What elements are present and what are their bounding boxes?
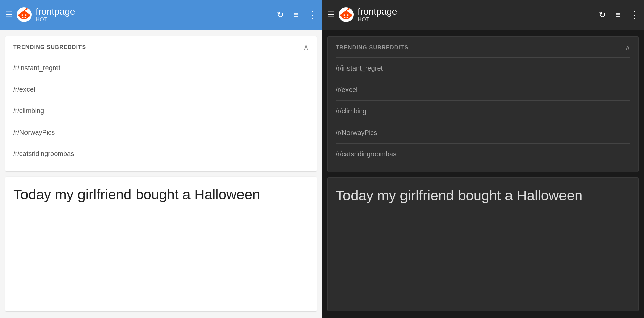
refresh-icon-dark[interactable]: ↻ [599,10,606,20]
header-dark: ☰ frontpage HOT ↻ ≡ ⋮ [322,0,644,30]
list-item[interactable]: /r/climbing [13,100,309,122]
trending-card-light: TRENDING SUBREDDITS ∧ /r/instant_regret … [5,36,317,171]
hamburger-menu-icon-dark[interactable]: ☰ [327,10,335,19]
header-title-block-light: frontpage HOT [36,7,277,23]
panel-dark: ☰ frontpage HOT ↻ ≡ ⋮ TRENDING [322,0,644,318]
trending-header-light: TRENDING SUBREDDITS ∧ [13,43,309,57]
reddit-logo-light [17,7,32,22]
svg-point-13 [348,8,350,9]
list-item[interactable]: /r/catsridingroombas [13,143,309,165]
header-light: ☰ frontpage HOT ↻ ≡ ⋮ [0,0,322,30]
svg-point-11 [344,11,348,14]
list-item[interactable]: /r/instant_regret [13,57,309,79]
post-title-light: Today my girlfriend bought a Halloween [13,186,309,204]
list-item[interactable]: /r/catsridingroombas [336,144,630,165]
app-title-light: frontpage [36,7,277,17]
panel-light: ☰ frontpage HOT ↻ ≡ ⋮ [0,0,322,318]
svg-point-2 [22,11,26,14]
post-card-light[interactable]: Today my girlfriend bought a Halloween [5,177,317,311]
svg-point-16 [340,14,342,17]
app-title-dark: frontpage [358,7,599,17]
content-light: TRENDING SUBREDDITS ∧ /r/instant_regret … [0,30,322,318]
refresh-icon-light[interactable]: ↻ [277,10,284,20]
more-icon-dark[interactable]: ⋮ [630,9,639,20]
chevron-up-icon-dark[interactable]: ∧ [625,43,630,52]
svg-point-8 [28,14,30,17]
app-subtitle-dark: HOT [358,17,599,23]
trending-title-dark: TRENDING SUBREDDITS [336,45,408,51]
list-item[interactable]: /r/excel [13,79,309,100]
header-actions-light: ↻ ≡ ⋮ [277,9,317,20]
more-icon-light[interactable]: ⋮ [308,9,317,20]
svg-point-14 [343,14,345,16]
svg-point-17 [350,14,352,17]
list-item[interactable]: /r/instant_regret [336,58,630,79]
chevron-up-icon-light[interactable]: ∧ [303,43,309,52]
trending-header-dark: TRENDING SUBREDDITS ∧ [336,43,630,57]
list-item[interactable]: /r/NorwayPics [336,122,630,143]
header-actions-dark: ↻ ≡ ⋮ [599,9,639,20]
svg-point-15 [347,14,348,16]
reddit-logo-dark [339,7,354,22]
sort-icon-light[interactable]: ≡ [293,10,299,20]
app-subtitle-light: HOT [36,17,277,23]
content-dark: TRENDING SUBREDDITS ∧ /r/instant_regret … [322,30,644,318]
trending-card-dark: TRENDING SUBREDDITS ∧ /r/instant_regret … [327,36,639,172]
sort-icon-dark[interactable]: ≡ [615,10,621,20]
post-card-dark[interactable]: Today my girlfriend bought a Halloween [327,177,639,311]
list-item[interactable]: /r/NorwayPics [13,122,309,143]
svg-point-7 [18,14,20,17]
hamburger-menu-icon[interactable]: ☰ [5,10,13,19]
post-title-dark: Today my girlfriend bought a Halloween [336,187,630,205]
list-item[interactable]: /r/climbing [336,101,630,122]
svg-point-6 [25,14,26,16]
svg-point-4 [26,8,28,9]
svg-point-5 [21,14,23,16]
header-title-block-dark: frontpage HOT [358,7,599,23]
trending-title-light: TRENDING SUBREDDITS [13,44,86,50]
list-item[interactable]: /r/excel [336,79,630,100]
